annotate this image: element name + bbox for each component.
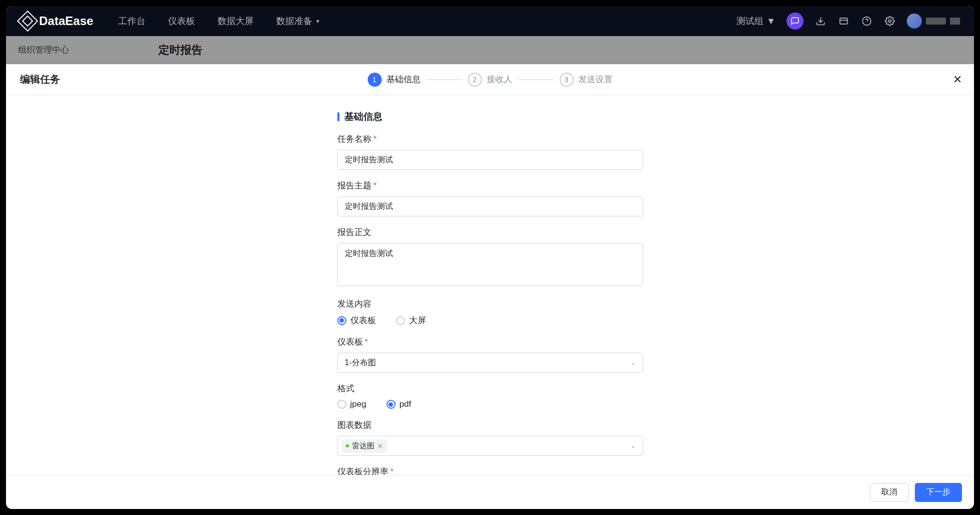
nav-datascreen[interactable]: 数据大屏 bbox=[218, 15, 254, 27]
radio-dot-icon bbox=[337, 400, 346, 409]
radio-label: 大屏 bbox=[409, 315, 426, 326]
format-radio-group: jpeg pdf bbox=[337, 399, 643, 409]
avatar bbox=[907, 14, 922, 29]
field-report-subject: 报告主题 * bbox=[337, 180, 643, 216]
settings-icon[interactable] bbox=[884, 15, 896, 27]
field-send-content: 发送内容 仪表板 大屏 bbox=[337, 298, 643, 326]
chevron-down-icon: ▼ bbox=[766, 16, 775, 27]
step-2[interactable]: 2 接收人 bbox=[468, 73, 512, 87]
required-star: * bbox=[373, 134, 377, 144]
brand-logo[interactable]: DataEase bbox=[20, 14, 93, 29]
next-button[interactable]: 下一步 bbox=[915, 483, 962, 502]
chat-icon[interactable] bbox=[787, 13, 804, 30]
radio-pdf[interactable]: pdf bbox=[386, 399, 412, 409]
field-chart-data: 图表数据 雷达图 ✕ ⌄ bbox=[337, 419, 643, 456]
report-body-textarea[interactable] bbox=[337, 243, 643, 286]
radio-label: jpeg bbox=[350, 399, 366, 409]
modal-title: 编辑任务 bbox=[20, 73, 60, 86]
brand-text: DataEase bbox=[39, 14, 93, 28]
nav-items: 工作台 仪表板 数据大屏 数据准备 ▼ bbox=[118, 15, 320, 27]
field-label: 报告正文 bbox=[337, 226, 371, 238]
field-resolution: 仪表板分辨率 * 1920 * 1080 ⌄ bbox=[337, 466, 643, 475]
required-star: * bbox=[373, 181, 377, 191]
step-circle: 2 bbox=[468, 73, 482, 87]
section-bar-icon bbox=[337, 112, 339, 121]
inbox-icon[interactable] bbox=[838, 15, 850, 27]
modal-header: 编辑任务 1 基础信息 2 接收人 3 发送设置 bbox=[6, 64, 974, 95]
field-report-body: 报告正文 bbox=[337, 226, 643, 288]
logo-icon bbox=[17, 11, 38, 32]
dashboard-select[interactable]: 1-分布图 ⌄ bbox=[337, 353, 643, 373]
radio-label: pdf bbox=[400, 399, 412, 409]
step-label: 发送设置 bbox=[578, 74, 613, 85]
field-format: 格式 jpeg pdf bbox=[337, 383, 643, 409]
task-name-input[interactable] bbox=[337, 150, 643, 170]
flag-icon bbox=[950, 18, 960, 25]
tag-remove-icon[interactable]: ✕ bbox=[377, 442, 383, 450]
close-icon[interactable]: ✕ bbox=[953, 73, 962, 86]
selected-tag: 雷达图 ✕ bbox=[342, 439, 387, 453]
chevron-down-icon: ⌄ bbox=[631, 442, 636, 449]
send-content-radio-group: 仪表板 大屏 bbox=[337, 315, 643, 326]
nav-workbench[interactable]: 工作台 bbox=[118, 15, 145, 27]
radio-jpeg[interactable]: jpeg bbox=[337, 399, 366, 409]
svg-rect-0 bbox=[840, 18, 848, 24]
top-navbar: DataEase 工作台 仪表板 数据大屏 数据准备 ▼ 测试组 ▼ bbox=[6, 6, 974, 36]
field-dashboard: 仪表板 * 1-分布图 ⌄ bbox=[337, 336, 643, 373]
required-star: * bbox=[390, 467, 394, 475]
step-label: 接收人 bbox=[487, 74, 512, 85]
radio-screen[interactable]: 大屏 bbox=[396, 315, 426, 326]
field-label: 格式 bbox=[337, 383, 354, 394]
required-star: * bbox=[365, 337, 368, 347]
cancel-button[interactable]: 取消 bbox=[870, 483, 909, 502]
radio-label: 仪表板 bbox=[350, 315, 376, 326]
tag-dot-icon bbox=[346, 444, 349, 447]
tag-label: 雷达图 bbox=[352, 441, 374, 451]
chevron-down-icon: ▼ bbox=[315, 19, 320, 24]
field-task-name: 任务名称 * bbox=[337, 133, 643, 170]
field-label: 仪表板 bbox=[337, 336, 363, 348]
step-3[interactable]: 3 发送设置 bbox=[559, 73, 613, 87]
modal-footer: 取消 下一步 bbox=[6, 475, 974, 509]
step-1[interactable]: 1 基础信息 bbox=[367, 73, 421, 87]
step-circle: 1 bbox=[367, 73, 381, 87]
step-label: 基础信息 bbox=[386, 74, 421, 85]
step-connector bbox=[518, 79, 553, 80]
download-icon[interactable] bbox=[815, 15, 827, 27]
step-connector bbox=[427, 79, 462, 80]
chevron-down-icon: ⌄ bbox=[631, 359, 636, 366]
org-selector[interactable]: 测试组 ▼ bbox=[736, 15, 775, 27]
field-label: 仪表板分辨率 bbox=[337, 466, 388, 475]
report-subject-input[interactable] bbox=[337, 196, 643, 216]
field-label: 发送内容 bbox=[337, 298, 371, 310]
radio-dot-icon bbox=[396, 316, 405, 325]
nav-dashboard[interactable]: 仪表板 bbox=[168, 15, 195, 27]
section-header: 基础信息 bbox=[337, 110, 643, 123]
field-label: 任务名称 bbox=[337, 133, 371, 145]
chart-data-select[interactable]: 雷达图 ✕ ⌄ bbox=[337, 436, 643, 456]
step-circle: 3 bbox=[559, 73, 573, 87]
field-label: 图表数据 bbox=[337, 419, 371, 431]
nav-dataprep[interactable]: 数据准备 ▼ bbox=[276, 15, 320, 27]
user-menu[interactable] bbox=[907, 14, 960, 29]
modal-body: 基础信息 任务名称 * 报告主题 * bbox=[6, 95, 974, 475]
select-value: 1-分布图 bbox=[345, 358, 376, 368]
section-title: 基础信息 bbox=[344, 110, 382, 123]
radio-dot-icon bbox=[337, 316, 346, 325]
modal-panel: 编辑任务 1 基础信息 2 接收人 3 发送设置 bbox=[6, 64, 974, 509]
nav-right: 测试组 ▼ bbox=[736, 13, 960, 30]
radio-dashboard[interactable]: 仪表板 bbox=[337, 315, 376, 326]
form: 基础信息 任务名称 * 报告主题 * bbox=[337, 110, 643, 475]
radio-dot-icon bbox=[386, 400, 396, 409]
field-label: 报告主题 bbox=[337, 180, 371, 191]
help-icon[interactable] bbox=[861, 15, 873, 27]
svg-point-2 bbox=[889, 20, 891, 23]
wizard-steps: 1 基础信息 2 接收人 3 发送设置 bbox=[367, 73, 613, 87]
user-name-redacted bbox=[926, 18, 946, 25]
